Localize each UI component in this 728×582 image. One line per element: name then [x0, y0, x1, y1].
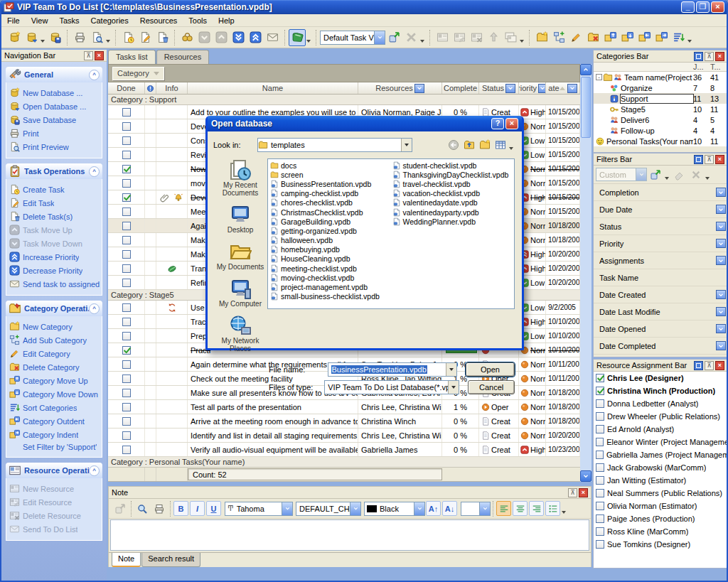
done-checkbox[interactable] — [122, 179, 131, 188]
column-header-resources[interactable]: Resources — [358, 82, 442, 94]
resource-checkbox[interactable] — [596, 451, 604, 459]
nav-item-category-indent[interactable]: Category Indent — [9, 428, 100, 441]
resource-row[interactable]: Gabriella James (Project Management) — [594, 448, 727, 461]
bold-button[interactable]: B — [173, 501, 188, 516]
restore-button[interactable]: ❐ — [696, 1, 710, 13]
resource-row[interactable]: Paige Jones (Production) — [594, 512, 727, 525]
nav-item-open-database[interactable]: Open Database ... — [9, 99, 100, 113]
combo-dropdown-icon[interactable] — [350, 502, 360, 515]
task-row[interactable]: Verify all audio-visual equipment will b… — [108, 443, 580, 457]
resources-filter-icon[interactable] — [414, 84, 424, 93]
nav-group-header[interactable]: General^ — [6, 67, 102, 82]
note-tab-search-result[interactable]: Search result — [141, 553, 200, 567]
file-item[interactable]: vacation-checklist.vpdb — [392, 189, 515, 198]
print-button[interactable] — [71, 29, 88, 46]
file-item[interactable]: BusinessPresentation.vpdb — [270, 179, 392, 188]
done-checkbox[interactable] — [122, 165, 131, 173]
place-my-network-places[interactable]: My Network Places — [213, 314, 267, 352]
new-category-button[interactable] — [533, 29, 550, 46]
done-checkbox[interactable] — [122, 346, 131, 355]
column-header-priority[interactable]: riority — [519, 82, 546, 94]
nav-item-category-outdent[interactable]: Category Outdent — [9, 414, 100, 428]
done-checkbox[interactable] — [122, 446, 131, 454]
resource-checkbox[interactable] — [596, 502, 604, 510]
combo-dropdown-icon[interactable] — [446, 363, 456, 376]
category-outdent-button[interactable] — [636, 29, 653, 46]
category-move-up-button[interactable] — [601, 29, 619, 46]
nav-group-header[interactable]: Resource Operati...^ — [6, 463, 102, 478]
column-header-date[interactable]: ate — [546, 82, 580, 94]
dropdown-caret-icon[interactable] — [705, 177, 710, 180]
filter-dropdown-icon[interactable] — [716, 256, 726, 265]
menu-resources[interactable]: Resources — [134, 15, 183, 26]
delete-task-button[interactable] — [154, 29, 171, 46]
resource-checkbox[interactable] — [596, 399, 604, 408]
look-in-combo[interactable]: templates — [257, 138, 412, 152]
done-checkbox[interactable] — [122, 431, 131, 440]
close-icon[interactable]: × — [579, 488, 588, 497]
nav-item-create-task[interactable]: Create Task — [9, 183, 100, 196]
note-tab-note[interactable]: Note — [112, 553, 141, 567]
minimize-button[interactable]: _ — [681, 1, 695, 13]
resource-checkbox[interactable] — [596, 489, 604, 497]
resource-row[interactable]: Jan Witting (Estimator) — [594, 474, 727, 487]
file-item[interactable]: screen — [270, 170, 392, 179]
column-header-name[interactable]: Name — [188, 82, 358, 94]
file-item[interactable]: ThanksgivingDayChecklist.vpdb — [392, 170, 515, 179]
done-checkbox[interactable] — [122, 417, 131, 426]
decrease-priority-button[interactable] — [230, 29, 247, 46]
done-checkbox[interactable] — [122, 332, 131, 340]
send-mail-button[interactable] — [264, 29, 281, 46]
scroll-up-button[interactable] — [580, 64, 592, 75]
filter-dropdown-icon[interactable] — [716, 307, 726, 316]
combo-dropdown-icon[interactable] — [479, 502, 490, 515]
nav-item-print[interactable]: Print — [9, 126, 100, 140]
files-of-type-combo[interactable]: VIP Team To Do List Database(*.vpdb) — [324, 380, 459, 394]
align-center-button[interactable] — [513, 501, 528, 516]
done-checkbox[interactable] — [122, 208, 131, 216]
pin-icon[interactable]: ⊼ — [84, 51, 93, 60]
menu-categories[interactable]: Categories — [85, 15, 134, 26]
done-checkbox[interactable] — [122, 318, 131, 326]
filter-dropdown-icon[interactable] — [716, 341, 726, 350]
close-icon[interactable]: × — [715, 155, 724, 164]
nav-item-decrease-priority[interactable]: Decrease Priority — [9, 264, 100, 277]
views-dropdown-icon[interactable] — [509, 147, 513, 150]
expand-collapse-icon[interactable]: - — [596, 74, 602, 80]
views-menu-icon[interactable] — [493, 137, 508, 153]
back-icon[interactable] — [446, 137, 461, 153]
pin-icon[interactable]: ⊼ — [568, 488, 577, 497]
dropdown-caret-icon[interactable] — [420, 40, 424, 43]
column-header-importance[interactable] — [145, 82, 156, 94]
file-item[interactable]: valentinedayparty.vpdb — [392, 208, 515, 217]
nav-item-sort-categories[interactable]: Sort Categories — [9, 401, 100, 414]
new-folder-icon[interactable] — [477, 137, 493, 153]
resource-row[interactable]: Ed Arnold (Analyst) — [594, 423, 727, 436]
vertical-scrollbar[interactable] — [580, 64, 592, 482]
file-item[interactable]: getting-organized.vpdb — [270, 226, 392, 235]
align-right-button[interactable] — [529, 501, 544, 516]
nav-item-edit-task[interactable]: Edit Task — [9, 196, 100, 210]
resource-checkbox[interactable] — [596, 463, 604, 472]
resource-row[interactable]: Olivia Norman (Estimator) — [594, 500, 727, 512]
place-my-recent-documents[interactable]: My Recent Documents — [213, 158, 267, 197]
restore-panel-icon[interactable] — [694, 155, 703, 164]
up-one-level-icon[interactable] — [461, 137, 477, 153]
nav-item-add-sub-category[interactable]: Add Sub Category — [9, 333, 100, 347]
file-name-combo[interactable]: BusinessPresentation.vpdb — [328, 362, 457, 377]
done-checkbox[interactable] — [122, 360, 131, 369]
category-tree-row[interactable]: Support1113 — [594, 93, 727, 104]
place-my-documents[interactable]: My Documents — [217, 240, 264, 271]
menu-file[interactable]: File — [1, 15, 26, 26]
file-item[interactable]: halloween.vpdb — [270, 236, 392, 245]
place-desktop[interactable]: Desktop — [228, 203, 254, 234]
resource-row[interactable]: Donna Ledbetter (Analyst) — [594, 397, 727, 410]
resource-checkbox[interactable] — [596, 412, 604, 421]
close-button[interactable]: × — [711, 1, 724, 13]
restore-panel-icon[interactable] — [694, 361, 703, 370]
resource-row[interactable]: Christina Winch (Production) — [594, 384, 727, 397]
nav-item-print-preview[interactable]: Print Preview — [9, 140, 100, 153]
file-item[interactable]: meeting-checklist.vpdb — [270, 264, 392, 273]
pin-icon[interactable]: ⊼ — [705, 155, 714, 164]
resource-checkbox[interactable] — [596, 438, 604, 446]
